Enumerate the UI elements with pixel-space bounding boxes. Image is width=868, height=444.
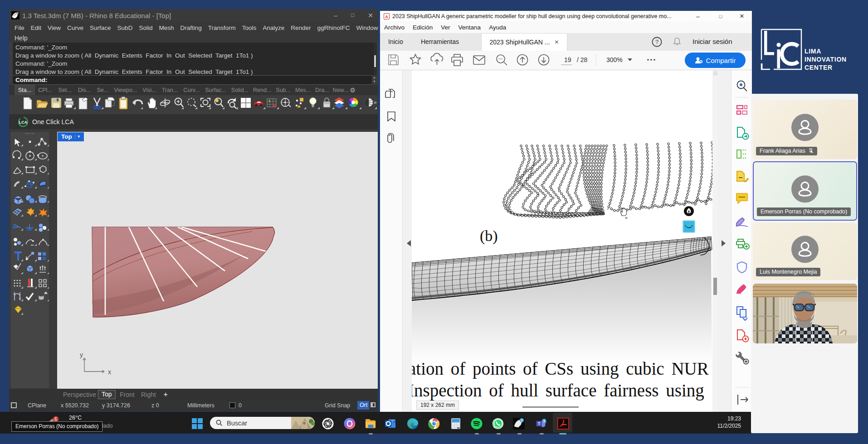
svg-text:LCA: LCA bbox=[19, 120, 28, 125]
svg-text:6: 6 bbox=[54, 417, 57, 422]
svg-text:300%: 300% bbox=[606, 56, 623, 63]
svg-text:3: 3 bbox=[543, 419, 545, 423]
svg-text:8: 8 bbox=[521, 418, 522, 422]
svg-text:»: » bbox=[374, 99, 377, 106]
svg-text:A: A bbox=[385, 14, 388, 19]
svg-text:INNOVATION: INNOVATION bbox=[805, 56, 847, 63]
svg-text:CENTER: CENTER bbox=[805, 64, 833, 71]
svg-text:LIMA: LIMA bbox=[805, 48, 821, 55]
svg-text:T: T bbox=[538, 421, 541, 426]
svg-text:ation of points of CSs using c: ation of points of CSs using cubic NUR bbox=[412, 359, 709, 379]
svg-text:y: y bbox=[80, 351, 83, 358]
svg-text:x: x bbox=[108, 368, 111, 376]
svg-text:(b): (b) bbox=[480, 227, 498, 245]
svg-text:/ 28: / 28 bbox=[577, 56, 588, 63]
svg-text:Inspection of hull surface fai: Inspection of hull surface fairness usin… bbox=[412, 381, 704, 401]
svg-text:?: ? bbox=[655, 39, 658, 45]
svg-text:19: 19 bbox=[564, 56, 571, 63]
